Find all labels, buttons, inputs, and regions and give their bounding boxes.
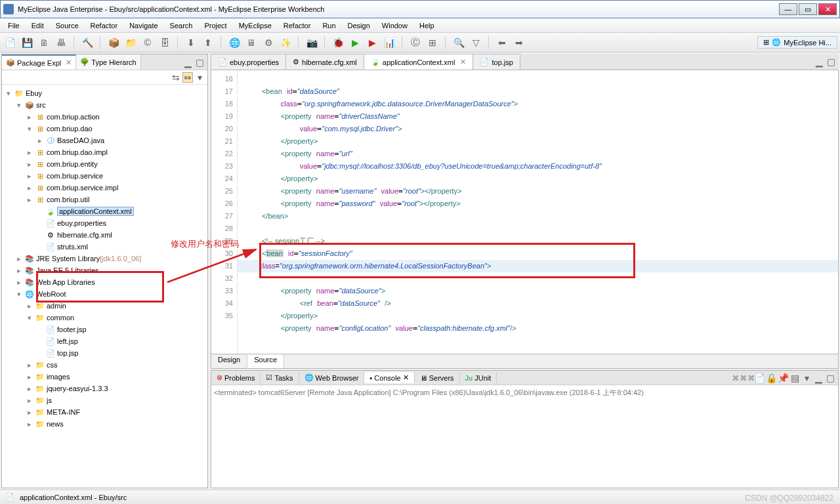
display-icon[interactable]: ▤ bbox=[789, 373, 800, 383]
tab-junit[interactable]: JuJUnit bbox=[460, 373, 497, 383]
close-icon[interactable]: ✕ bbox=[403, 373, 409, 382]
console-output[interactable]: <terminated> tomcat6Server [Remote Java … bbox=[211, 385, 838, 488]
menubar: File Edit Source Refactor Navigate Searc… bbox=[0, 18, 840, 33]
menu-design[interactable]: Design bbox=[343, 20, 375, 31]
saveall-icon[interactable]: 🗎 bbox=[37, 35, 51, 50]
tab-applicationcontext[interactable]: 🍃applicationContext.xml✕ bbox=[364, 54, 474, 70]
menu-source[interactable]: Source bbox=[51, 20, 84, 31]
run-icon[interactable]: ▶ bbox=[348, 35, 362, 50]
back-icon[interactable]: ⬅ bbox=[495, 35, 509, 50]
save-icon[interactable]: 💾 bbox=[20, 35, 34, 50]
menu-window[interactable]: Window bbox=[377, 20, 413, 31]
menu-refactor[interactable]: Refactor bbox=[85, 20, 123, 31]
statusbar: 📄 applicationContext.xml - Ebuy/src bbox=[0, 490, 840, 504]
camera-icon[interactable]: 📷 bbox=[304, 35, 319, 50]
minimize-icon[interactable]: ▁ bbox=[813, 373, 824, 383]
status-path: applicationContext.xml - Ebuy/src bbox=[20, 494, 127, 501]
editor-tabs: 📄ebuy.properties ⚙hibernate.cfg.xml 🍃app… bbox=[211, 54, 839, 70]
close-button[interactable]: ✕ bbox=[818, 3, 837, 15]
newpkg-icon[interactable]: ⊞ bbox=[425, 35, 440, 50]
tab-design[interactable]: Design bbox=[211, 354, 247, 368]
package-explorer-panel: 📦Package Expl✕ 🌳Type Hierarch ▁ ▢ ⇆ ⇔ ▾ … bbox=[1, 54, 208, 488]
tab-servers[interactable]: 🖥Servers bbox=[415, 373, 460, 383]
new-icon[interactable]: 📄 bbox=[3, 35, 17, 50]
menu-refactor2[interactable]: Refactor bbox=[278, 20, 316, 31]
minimize-icon[interactable]: ▁ bbox=[814, 56, 824, 67]
menu-project[interactable]: Project bbox=[199, 20, 232, 31]
server-icon[interactable]: 🖥 bbox=[244, 35, 259, 50]
menu-edit[interactable]: Edit bbox=[26, 20, 49, 31]
minimize-icon[interactable]: ▁ bbox=[182, 57, 193, 68]
grid-icon: ⊞ bbox=[763, 38, 769, 47]
maximize-icon[interactable]: ▢ bbox=[194, 57, 205, 68]
tab-source[interactable]: Source bbox=[247, 354, 284, 368]
profile-icon[interactable]: 📊 bbox=[382, 35, 396, 50]
status-icon: 📄 bbox=[5, 493, 14, 501]
browser-icon[interactable]: 🌐 bbox=[227, 35, 242, 50]
scroll-lock-icon[interactable]: 🔒 bbox=[766, 373, 776, 383]
menu-navigate[interactable]: Navigate bbox=[124, 20, 163, 31]
tab-type-hierarchy[interactable]: 🌳Type Hierarch bbox=[76, 54, 140, 70]
menu-file[interactable]: File bbox=[3, 20, 25, 31]
tab-problems[interactable]: ⊗Problems bbox=[211, 372, 261, 383]
maximize-button[interactable]: ▭ bbox=[799, 3, 817, 15]
code-editor[interactable]: 16 17 18 19 20 21 22 23 24 25 26 27 28 2… bbox=[211, 70, 839, 354]
main-toolbar: 📄 💾 🗎 🖶 🔨 📦 📁 © 🗄 ⬇ ⬆ 🌐 🖥 ⚙ ✨ 📷 🐞 ▶ ▶ 📊 … bbox=[0, 33, 840, 52]
menu-search[interactable]: Search bbox=[165, 20, 198, 31]
app-icon bbox=[3, 4, 14, 14]
menu-run[interactable]: Run bbox=[317, 20, 341, 31]
close-icon[interactable]: ✕ bbox=[460, 58, 466, 66]
deploy-icon[interactable]: ⚙ bbox=[261, 35, 276, 50]
newclass-icon[interactable]: Ⓒ bbox=[408, 35, 423, 50]
open-icon[interactable]: ▾ bbox=[801, 373, 812, 383]
clear-icon[interactable]: 📄 bbox=[754, 373, 765, 383]
db-icon[interactable]: 🗄 bbox=[158, 35, 172, 50]
tab-webbrowser[interactable]: 🌐Web Browser bbox=[299, 372, 365, 383]
code-content[interactable]: <bean id="dataSource" class="org.springf… bbox=[238, 70, 838, 354]
import-icon[interactable]: ⬆ bbox=[201, 35, 215, 50]
project-tree[interactable]: ▾📁Ebuy ▾📦src ▸⊞com.briup.action ▾⊞com.br… bbox=[2, 85, 207, 488]
line-gutter: 16 17 18 19 20 21 22 23 24 25 26 27 28 2… bbox=[211, 70, 238, 354]
menu-icon[interactable]: ▾ bbox=[194, 72, 205, 83]
removeall-icon[interactable]: ✖✖ bbox=[742, 373, 753, 383]
mark-icon[interactable]: ▽ bbox=[469, 35, 483, 50]
export-icon[interactable]: ⬇ bbox=[184, 35, 198, 50]
maximize-icon[interactable]: ▢ bbox=[825, 373, 835, 383]
selected-file[interactable]: applicationContext.xml bbox=[57, 207, 134, 216]
tab-hibernate-cfg[interactable]: ⚙hibernate.cfg.xml bbox=[285, 54, 364, 70]
tab-top-jsp[interactable]: 📄top.jsp bbox=[472, 54, 520, 70]
editor-bottom-tabs: Design Source bbox=[211, 354, 839, 369]
runext-icon[interactable]: ▶ bbox=[365, 35, 379, 50]
tab-ebuy-properties[interactable]: 📄ebuy.properties bbox=[211, 54, 286, 70]
class-icon[interactable]: © bbox=[140, 35, 155, 50]
titlebar: MyEclipse Java Enterprise - Ebuy/src/app… bbox=[0, 0, 840, 18]
build-icon[interactable]: 🔨 bbox=[80, 35, 94, 50]
menu-myeclipse[interactable]: MyEclipse bbox=[234, 20, 277, 31]
close-icon[interactable]: ✕ bbox=[66, 58, 72, 67]
fwd-icon[interactable]: ➡ bbox=[512, 35, 526, 50]
pin-icon[interactable]: 📌 bbox=[778, 373, 788, 383]
folder-icon[interactable]: 📁 bbox=[123, 35, 138, 50]
editor-area: 📄ebuy.properties ⚙hibernate.cfg.xml 🍃app… bbox=[211, 54, 839, 488]
menu-help[interactable]: Help bbox=[414, 20, 440, 31]
search-icon[interactable]: 🔍 bbox=[452, 35, 466, 50]
link-icon[interactable]: ⇔ bbox=[182, 72, 193, 83]
minimize-button[interactable]: — bbox=[779, 3, 797, 15]
debug-icon[interactable]: 🐞 bbox=[331, 35, 345, 50]
watermark: CSDN @QQ2892034822 bbox=[745, 494, 833, 503]
tab-tasks[interactable]: ☑Tasks bbox=[261, 372, 299, 383]
globe-icon: 🌐 bbox=[772, 38, 781, 47]
perspective-switcher[interactable]: ⊞ 🌐 MyEclipse Hi... bbox=[757, 36, 837, 49]
console-panel: ⊗Problems ☑Tasks 🌐Web Browser ▪Console✕ … bbox=[211, 370, 839, 488]
tab-package-explorer[interactable]: 📦Package Expl✕ bbox=[2, 54, 76, 70]
collapse-icon[interactable]: ⇆ bbox=[171, 72, 181, 83]
print-icon[interactable]: 🖶 bbox=[54, 35, 68, 50]
wizard-icon[interactable]: ✨ bbox=[278, 35, 293, 50]
maximize-icon[interactable]: ▢ bbox=[826, 56, 836, 67]
tab-console[interactable]: ▪Console✕ bbox=[364, 372, 414, 383]
window-title: MyEclipse Java Enterprise - Ebuy/src/app… bbox=[18, 5, 779, 13]
package-icon[interactable]: 📦 bbox=[106, 35, 121, 50]
